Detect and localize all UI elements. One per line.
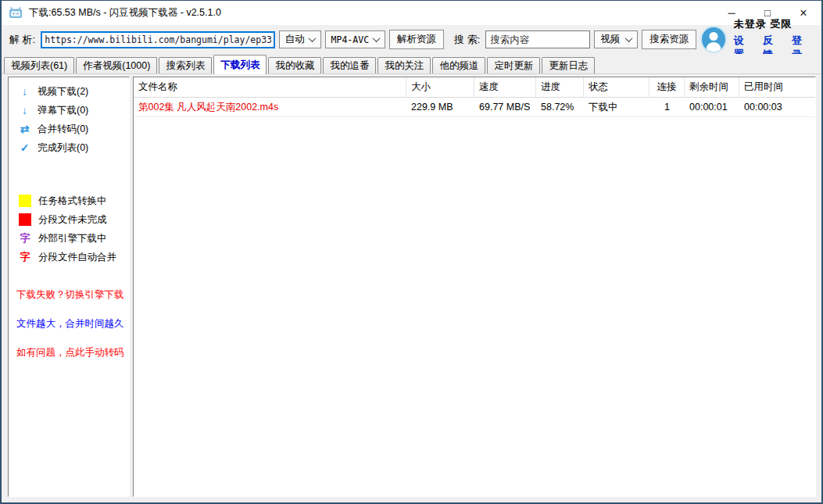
table-header: 文件名称 大小 速度 进度 状态 连接 剩余时间 已用时间 xyxy=(134,77,815,98)
yellow-swatch xyxy=(19,195,31,207)
sidebar-item-label: 视频下载(2) xyxy=(38,85,88,98)
sidebar-item-completed-list[interactable]: ✓ 完成列表(0) xyxy=(9,138,129,157)
note-switch-engine: 下载失败？切换引擎下载 xyxy=(9,289,129,300)
column-header-speed[interactable]: 速度 xyxy=(474,77,536,97)
tab-my-follows[interactable]: 我的关注 xyxy=(378,57,431,73)
sidebar-item-label: 弹幕下载(0) xyxy=(38,104,88,117)
avatar[interactable] xyxy=(700,26,726,53)
login-status: 未登录 受限 xyxy=(734,17,793,31)
legend-label: 外部引擎下载中 xyxy=(38,232,107,245)
note-merge-time: 文件越大，合并时间越久 xyxy=(9,318,129,329)
tab-changelog[interactable]: 更新日志 xyxy=(542,57,595,73)
column-header-size[interactable]: 大小 xyxy=(406,77,474,97)
search-resource-button[interactable]: 搜索资源 xyxy=(642,30,696,49)
column-header-status[interactable]: 状态 xyxy=(584,77,649,97)
search-type-value: 视频 xyxy=(600,33,620,46)
legend-label: 任务格式转换中 xyxy=(38,195,107,208)
cell-progress: 58.72% xyxy=(536,102,584,113)
red-swatch xyxy=(19,213,31,226)
sidebar-notes: 下载失败？切换引擎下载 文件越大，合并时间越久 如有问题，点此手动转码 xyxy=(9,289,129,358)
cell-status: 下载中 xyxy=(584,101,649,114)
legend-item-external-engine: 字 外部引擎下载中 xyxy=(9,229,129,248)
search-input[interactable] xyxy=(485,30,590,48)
mode-select[interactable]: 自动 xyxy=(279,30,321,48)
toolbar: 解 析: 自动 MP4-AVC 解析资源 搜 索: 视频 搜索资源 未登录 受限 xyxy=(2,25,821,54)
app-window: 下载:65.53 MB/s - 闪豆视频下载器 - v2.5.1.0 ─ □ ×… xyxy=(0,0,823,504)
tab-author-videos[interactable]: 作者视频(1000) xyxy=(76,57,157,73)
tab-my-favorites[interactable]: 我的收藏 xyxy=(268,57,321,73)
download-icon: ↓ xyxy=(19,104,30,116)
parse-label: 解 析: xyxy=(9,33,35,47)
column-header-progress[interactable]: 进度 xyxy=(536,77,584,97)
chevron-down-icon xyxy=(625,34,633,42)
cell-speed: 69.77 MB/S xyxy=(474,102,536,113)
search-type-select[interactable]: 视频 xyxy=(594,30,638,48)
chevron-down-icon xyxy=(373,34,381,42)
cell-filename: 第002集 凡人风起天南2002.m4s xyxy=(134,101,406,114)
tab-my-bangumi[interactable]: 我的追番 xyxy=(323,57,376,73)
title-bar: 下载:65.53 MB/s - 闪豆视频下载器 - v2.5.1.0 ─ □ × xyxy=(2,1,821,25)
download-icon: ↓ xyxy=(19,85,30,98)
legend-item-segment-incomplete: 分段文件未完成 xyxy=(9,210,129,229)
status-legend: 任务格式转换中 分段文件未完成 字 外部引擎下载中 字 分段文件自动合并 xyxy=(9,191,129,266)
mode-select-value: 自动 xyxy=(285,33,305,46)
tab-search-list[interactable]: 搜索列表 xyxy=(159,57,212,73)
column-header-remaining[interactable]: 剩余时间 xyxy=(685,77,739,97)
legend-label: 分段文件自动合并 xyxy=(38,251,116,264)
download-table: 文件名称 大小 速度 进度 状态 连接 剩余时间 已用时间 第002集 凡人风起… xyxy=(133,77,816,497)
format-select-value: MP4-AVC xyxy=(331,34,369,45)
sidebar-item-video-download[interactable]: ↓ 视频下载(2) xyxy=(9,82,129,101)
cell-connections: 1 xyxy=(649,102,685,113)
tab-download-list[interactable]: 下载列表 xyxy=(213,55,267,74)
cell-elapsed: 00:00:03 xyxy=(739,102,815,113)
search-label: 搜 索: xyxy=(454,33,480,47)
window-title: 下载:65.53 MB/s - 闪豆视频下载器 - v2.5.1.0 xyxy=(29,6,221,20)
cell-remaining: 00:00:01 xyxy=(685,102,739,113)
parse-resource-button[interactable]: 解析资源 xyxy=(389,30,444,49)
app-icon xyxy=(9,7,23,19)
column-header-elapsed[interactable]: 已用时间 xyxy=(739,77,815,97)
check-icon: ✓ xyxy=(19,141,30,154)
url-input[interactable] xyxy=(41,31,274,48)
tab-his-channel[interactable]: 他的频道 xyxy=(432,57,485,73)
table-row[interactable]: 第002集 凡人风起天南2002.m4s 229.9 MB 69.77 MB/S… xyxy=(134,98,815,117)
column-header-filename[interactable]: 文件名称 xyxy=(134,77,406,97)
column-header-connections[interactable]: 连接 xyxy=(649,77,685,97)
legend-item-auto-merge: 字 分段文件自动合并 xyxy=(9,248,129,266)
chevron-down-icon xyxy=(308,34,316,42)
tab-video-list[interactable]: 视频列表(61) xyxy=(4,57,74,73)
sidebar-item-merge-transcode[interactable]: ⇄ 合并转码(0) xyxy=(9,120,129,138)
sidebar-item-label: 合并转码(0) xyxy=(38,123,88,136)
sidebar-item-danmaku-download[interactable]: ↓ 弹幕下载(0) xyxy=(9,101,129,120)
format-select[interactable]: MP4-AVC xyxy=(325,30,385,48)
note-manual-transcode[interactable]: 如有问题，点此手动转码 xyxy=(9,347,129,358)
swap-arrows-icon: ⇄ xyxy=(19,123,30,135)
tab-bar: 视频列表(61) 作者视频(1000) 搜索列表 下载列表 我的收藏 我的追番 … xyxy=(2,54,821,74)
red-text-glyph: 字 xyxy=(19,250,31,264)
sidebar-item-label: 完成列表(0) xyxy=(38,141,88,155)
purple-text-glyph: 字 xyxy=(19,231,31,245)
legend-item-transcoding: 任务格式转换中 xyxy=(9,191,129,210)
cell-size: 229.9 MB xyxy=(406,102,474,113)
sidebar: ↓ 视频下载(2) ↓ 弹幕下载(0) ⇄ 合并转码(0) ✓ 完成列表(0) xyxy=(8,77,130,497)
content-area: ↓ 视频下载(2) ↓ 弹幕下载(0) ⇄ 合并转码(0) ✓ 完成列表(0) xyxy=(2,74,821,502)
person-icon xyxy=(709,32,717,41)
tab-scheduled-update[interactable]: 定时更新 xyxy=(487,57,540,73)
legend-label: 分段文件未完成 xyxy=(38,213,107,227)
